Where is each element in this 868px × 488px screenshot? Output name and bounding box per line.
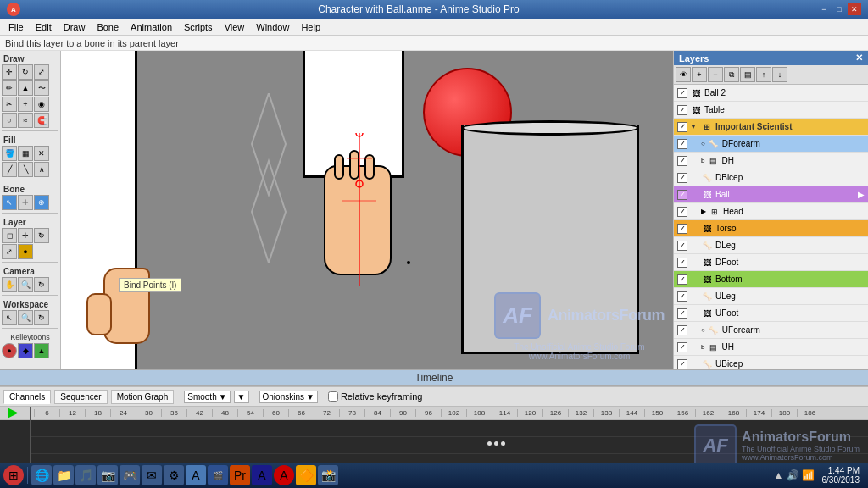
tool-fill-x[interactable]: ✕ [34,146,49,161]
tab-channels[interactable]: Channels [3,390,51,404]
layer-item-table[interactable]: ✓ 🖼 Table [674,102,868,119]
smooth-extra-btn[interactable]: ▼ [234,391,249,403]
tool-layer-scale[interactable]: ⤢ [2,244,17,259]
taskbar-icon-app3[interactable]: Pr [230,465,250,485]
layers-tb-dup[interactable]: ⧉ [724,67,739,82]
tool-kt1[interactable]: ● [2,343,17,358]
tool-bone-select[interactable]: ↖ [2,195,17,210]
menu-item-scripts[interactable]: Scripts [179,21,218,33]
layer-checkbox-table[interactable]: ✓ [677,105,687,115]
layer-item-head[interactable]: ✓ ▶ ⊞ Head [674,203,868,220]
taskbar-icon-photo[interactable]: 📷 [97,465,118,485]
layer-item-dleg[interactable]: ✓ 🦴 DLeg [674,237,868,254]
layer-checkbox-uforearm[interactable]: ✓ [677,325,687,336]
systray-arrow[interactable]: ▲ [774,469,784,481]
taskbar-icon-app6[interactable]: 🔶 [296,465,316,485]
tool-stroke3[interactable]: ∧ [34,162,49,177]
layer-item-bottom[interactable]: ✓ 🖼 Bottom [674,271,868,288]
systray-network[interactable]: 📶 [802,469,815,481]
layer-expand-dforearm[interactable]: ○ [701,140,705,147]
layer-checkbox-ball[interactable]: ✓ [677,190,687,200]
onionskins-selector[interactable]: Onionskins ▼ [259,391,318,403]
taskbar-icon-mail[interactable]: ✉ [142,465,162,485]
layer-item-ufoot[interactable]: ✓ 🖼 UFoot [674,305,868,322]
tool-add[interactable]: + [18,97,33,112]
layer-checkbox-ball2[interactable]: ✓ [677,88,687,98]
layer-expand-scientist[interactable]: ▼ [690,123,697,130]
taskbar-icon-files[interactable]: 📁 [53,465,74,485]
tool-delete[interactable]: ✂ [2,97,17,112]
layer-checkbox-uh[interactable]: ✓ [677,342,687,352]
tool-ws-pan[interactable]: ↖ [2,310,17,325]
minimize-button[interactable]: − [817,3,831,15]
tool-fill-select[interactable]: ▦ [18,146,33,161]
play-button[interactable] [8,408,19,419]
tool-magnet[interactable]: 🧲 [34,113,49,128]
layer-item-uforearm[interactable]: ✓ ○ 🦴 UForearm [674,322,868,339]
taskbar-icon-app4[interactable]: A [252,465,272,485]
tool-rotate[interactable]: ↻ [18,64,33,80]
tool-layer-select[interactable]: ◻ [2,228,17,243]
menu-item-view[interactable]: View [220,21,250,33]
menu-item-window[interactable]: Window [251,21,294,33]
layer-item-scientist[interactable]: ✓ ▼ ⊞ Important Scientist [674,119,868,136]
layer-item-ball2[interactable]: ✓ 🖼 Ball 2 [674,85,868,102]
tool-translate[interactable]: ✛ [2,64,17,80]
layer-checkbox-torso[interactable]: ✓ [677,224,687,234]
layer-checkbox-ufoot[interactable]: ✓ [677,308,687,319]
menu-item-file[interactable]: File [3,21,29,33]
layer-item-uh[interactable]: ✓ b ▤ UH [674,339,868,356]
tool-layer-origin[interactable]: ● [18,244,33,259]
layers-tb-dn[interactable]: ↓ [772,67,787,82]
taskbar-icon-media[interactable]: 🎵 [75,465,96,485]
canvas[interactable]: AF AnimatorsForum The Unofficial Anime S… [61,51,673,369]
layer-item-ubicep[interactable]: ✓ 🦴 UBicep [674,356,868,369]
tool-scale[interactable]: ⤢ [34,64,49,80]
menu-item-edit[interactable]: Edit [31,21,57,33]
taskbar-icon-games[interactable]: 🎮 [120,465,140,485]
tool-hide[interactable]: ○ [2,113,17,128]
taskbar-icon-app5[interactable]: A [274,465,294,485]
taskbar-icon-app1[interactable]: A [186,465,206,485]
tool-kt3[interactable]: ▲ [34,343,49,358]
tool-fill-paint[interactable]: 🪣 [2,146,17,161]
taskbar-icon-camera[interactable]: 📸 [318,465,338,485]
tool-edit[interactable]: ▲ [18,80,33,96]
tool-layer-rotate[interactable]: ↻ [34,228,49,243]
menu-item-help[interactable]: Help [296,21,326,33]
tool-cam-zoom[interactable]: 🔍 [18,277,33,292]
smooth-selector[interactable]: Smooth ▼ [184,391,230,403]
taskbar-icon-browser[interactable]: 🌐 [31,465,52,485]
tab-sequencer[interactable]: Sequencer [54,390,107,404]
layer-checkbox-dforearm[interactable]: ✓ [677,139,687,149]
layer-checkbox-uleg[interactable]: ✓ [677,291,687,302]
layers-close-icon[interactable]: ✕ [855,53,863,64]
tool-cam-pan[interactable]: ✋ [2,277,17,292]
tool-bone-add[interactable]: ✛ [18,195,33,210]
layer-item-dforearm[interactable]: ✓ ○ 🦴 DForearm [674,136,868,152]
taskbar-icon-settings[interactable]: ⚙ [164,465,184,485]
tool-cam-rotate[interactable]: ↻ [34,277,49,292]
layer-item-dfoot[interactable]: ✓ 🖼 DFoot [674,254,868,271]
layer-expand-head[interactable]: ▶ [701,208,706,215]
layer-checkbox-dfoot[interactable]: ✓ [677,258,687,268]
layer-item-dh[interactable]: ✓ b ▤ DH [674,152,868,169]
layers-tb-eye[interactable]: 👁 [676,67,691,82]
layer-checkbox-head[interactable]: ✓ [677,207,687,217]
layers-tb-del[interactable]: − [708,67,723,82]
layer-expand-uforearm[interactable]: ○ [701,326,705,334]
layer-checkbox-scientist[interactable]: ✓ [677,122,687,132]
relative-keyframing-checkbox[interactable] [328,391,338,402]
layers-tb-grp[interactable]: ▤ [740,67,755,82]
tool-layer-translate[interactable]: ✛ [18,228,33,243]
start-button[interactable]: ⊞ [3,465,24,485]
menu-item-draw[interactable]: Draw [58,21,91,33]
layer-item-ball[interactable]: ✓ 🖼 Ball ▶ [674,186,868,203]
layer-checkbox-dleg[interactable]: ✓ [677,241,687,251]
tool-weld[interactable]: ◉ [34,97,49,112]
tool-noise[interactable]: ≈ [18,113,33,128]
layer-item-torso[interactable]: ✓ 🖼 Torso [674,220,868,237]
close-button[interactable]: ✕ [848,3,861,15]
menu-item-bone[interactable]: Bone [92,21,124,33]
layer-checkbox-bottom[interactable]: ✓ [677,274,687,285]
